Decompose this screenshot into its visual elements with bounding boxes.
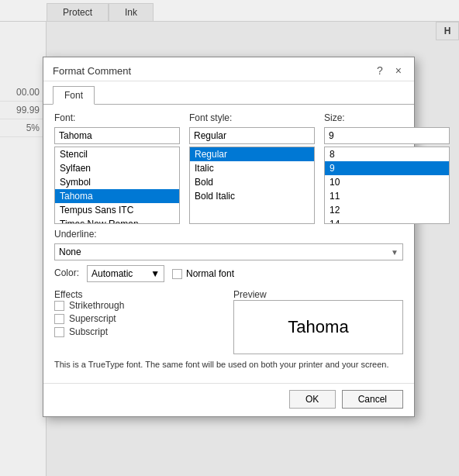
size-item-11[interactable]: 11 (325, 189, 449, 203)
size-item-8[interactable]: 8 (325, 147, 449, 161)
help-button[interactable]: ? (374, 64, 386, 78)
underline-col: Underline: None ▼ (54, 229, 403, 260)
subscript-checkbox[interactable] (54, 327, 64, 337)
size-item-14[interactable]: 14 (325, 217, 449, 224)
close-button[interactable]: × (392, 64, 405, 78)
font-label: Font: (54, 112, 180, 123)
style-item-bold[interactable]: Bold (190, 175, 314, 189)
normal-font-check: Normal font (172, 268, 234, 279)
normal-font-checkbox[interactable] (172, 269, 182, 279)
dialog-title-icons: ? × (374, 64, 405, 78)
preview-text: Tahoma (288, 317, 348, 337)
underline-arrow: ▼ (391, 248, 399, 257)
superscript-label: Superscript (69, 313, 116, 324)
effects-title: Effects (54, 289, 82, 300)
size-item-12[interactable]: 12 (325, 203, 449, 217)
size-item-10[interactable]: 10 (325, 175, 449, 189)
font-column: Font: Tahoma Stencil Sylfaen Symbol Taho… (54, 112, 180, 224)
preview-box: Tahoma (233, 300, 403, 354)
effect-superscript: Superscript (54, 313, 224, 324)
tab-font[interactable]: Font (53, 86, 95, 105)
size-column: Size: 9 8 9 10 11 12 14 (324, 112, 450, 224)
color-value: Automatic (91, 268, 133, 279)
size-item-9[interactable]: 9 (325, 161, 449, 175)
size-input[interactable]: 9 (324, 127, 450, 144)
color-select[interactable]: Automatic ▼ (87, 265, 164, 282)
style-item-bolditalic[interactable]: Bold Italic (190, 189, 314, 203)
normal-font-label: Normal font (186, 268, 234, 279)
preview-label: Preview (233, 289, 267, 300)
font-item-times[interactable]: Times New Roman (55, 217, 179, 224)
size-label: Size: (324, 112, 450, 123)
cancel-button[interactable]: Cancel (342, 390, 403, 409)
font-item-tahoma[interactable]: Tahoma (55, 189, 179, 203)
style-listbox[interactable]: Regular Italic Bold Bold Italic (189, 147, 315, 224)
font-item-tempus[interactable]: Tempus Sans ITC (55, 203, 179, 217)
strikethrough-label: Strikethrough (69, 300, 124, 311)
superscript-checkbox[interactable] (54, 314, 64, 324)
font-item-symbol[interactable]: Symbol (55, 175, 179, 189)
underline-row: Underline: None ▼ (54, 229, 403, 260)
subscript-label: Subscript (69, 326, 108, 337)
font-item-sylfaen[interactable]: Sylfaen (55, 161, 179, 175)
bottom-row: This is a TrueType font. The same font w… (54, 359, 403, 371)
ok-button[interactable]: OK (289, 390, 336, 409)
style-input[interactable]: Regular (189, 127, 315, 144)
format-comment-dialog: Format Comment ? × Font Font: Tahoma Ste… (43, 57, 415, 417)
style-label: Font style: (189, 112, 315, 123)
underline-label: Underline: (54, 229, 403, 240)
effects-preview-row: Effects Strikethrough Superscript Subscr… (54, 288, 403, 354)
font-input[interactable]: Tahoma (54, 127, 180, 144)
effect-subscript: Subscript (54, 326, 224, 337)
font-style-size-row: Font: Tahoma Stencil Sylfaen Symbol Taho… (54, 112, 403, 224)
size-listbox[interactable]: 8 9 10 11 12 14 (324, 147, 450, 224)
effects-section: Effects Strikethrough Superscript Subscr… (54, 288, 224, 348)
style-item-italic[interactable]: Italic (190, 161, 314, 175)
strikethrough-checkbox[interactable] (54, 301, 64, 311)
font-item-stencil[interactable]: Stencil (55, 147, 179, 161)
tab-bar: Protect Ink (0, 0, 459, 22)
info-text: This is a TrueType font. The same font w… (54, 359, 403, 371)
style-column: Font style: Regular Regular Italic Bold … (189, 112, 315, 224)
preview-section: Preview Tahoma (233, 288, 403, 354)
dialog-overlay: Format Comment ? × Font Font: Tahoma Ste… (0, 22, 459, 476)
tab-ink[interactable]: Ink (109, 3, 154, 21)
dialog-titlebar: Format Comment ? × (43, 57, 414, 81)
color-label: Color: (54, 267, 79, 278)
dialog-content: Font: Tahoma Stencil Sylfaen Symbol Taho… (43, 104, 414, 378)
font-listbox[interactable]: Stencil Sylfaen Symbol Tahoma Tempus San… (54, 147, 180, 224)
color-row: Color: Automatic ▼ Normal font (54, 265, 403, 282)
effect-strikethrough: Strikethrough (54, 300, 224, 311)
dialog-tab-strip: Font (43, 81, 414, 104)
color-arrow: ▼ (150, 268, 160, 279)
dialog-footer: OK Cancel (43, 383, 414, 416)
underline-select[interactable]: None ▼ (54, 243, 403, 260)
dialog-title: Format Comment (53, 65, 131, 77)
tab-protect[interactable]: Protect (47, 3, 109, 21)
underline-value: None (59, 247, 81, 257)
style-item-regular[interactable]: Regular (190, 147, 314, 161)
